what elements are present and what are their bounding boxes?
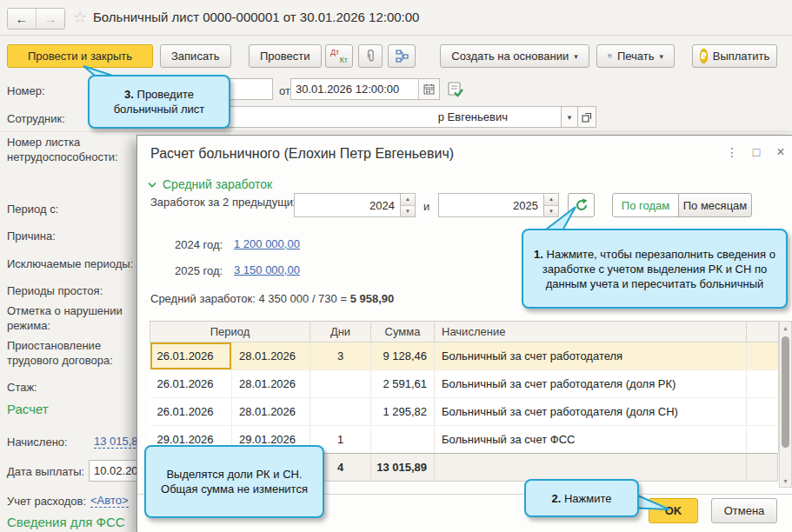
divider	[0, 131, 792, 132]
calendar-button[interactable]	[418, 79, 439, 99]
avg-earnings-section-toggle[interactable]: Средний заработок	[148, 177, 272, 191]
forward-button[interactable]: →	[37, 9, 64, 29]
avg-earnings-value: 5 958,90	[350, 292, 395, 305]
close-button[interactable]: ×	[770, 143, 791, 162]
cell-sum[interactable]: 1 295,82	[371, 398, 435, 426]
window-header: ← → ☆ Больничный лист 0000-000001 от 30.…	[0, 0, 792, 36]
employee-dropdown-button[interactable]: ▾	[561, 106, 578, 128]
table-row[interactable]: 26.01.2026 28.01.2026 1 295,82 Больничны…	[150, 398, 779, 426]
more-button[interactable]: ⋮	[722, 143, 742, 162]
callout-step-number: 1.	[534, 248, 543, 261]
reason-label: Причина:	[7, 229, 56, 243]
forward-icon: →	[44, 11, 57, 26]
earn-2024-label: 2024 год:	[175, 237, 223, 252]
earn-2024-link[interactable]: 1 200 000,00	[234, 237, 300, 250]
pay-button[interactable]: ₽ Выплатить	[692, 44, 777, 68]
ruble-coin-icon: ₽	[700, 49, 708, 63]
paperclip-icon	[365, 50, 376, 63]
cell-sum[interactable]: 9 128,46	[371, 342, 435, 370]
expense-label: Учет расходов:	[7, 494, 86, 509]
structure-button[interactable]	[388, 44, 416, 68]
cell-period-from[interactable]: 26.01.2026	[150, 342, 232, 370]
nav-group: ← →	[7, 8, 65, 30]
col-days[interactable]: Дни	[310, 322, 371, 342]
print-label: Печать	[617, 50, 655, 63]
col-period[interactable]: Период	[150, 322, 310, 342]
earn-2025-link[interactable]: 3 150 000,00	[234, 263, 300, 276]
print-button[interactable]: Печать▾	[596, 44, 675, 68]
calendar-icon	[423, 83, 435, 95]
col-sum[interactable]: Сумма	[371, 322, 435, 342]
downtime-periods-label: Периоды простоя:	[7, 283, 103, 298]
cell-sum[interactable]: 2 591,61	[371, 370, 435, 398]
spin-down-icon[interactable]: ▼	[401, 206, 415, 217]
employee-open-button[interactable]	[577, 106, 596, 128]
accruals-table: Период Дни Сумма Начисление 26.01.2026 2…	[150, 321, 779, 454]
cell-accrual[interactable]: Больничный за счет ФСС	[435, 426, 747, 454]
callout-text: Общая сумма не изменится	[161, 482, 308, 496]
seniority-label: Стаж:	[7, 380, 37, 395]
col-accrual[interactable]: Начисление	[435, 322, 747, 342]
attachments-button[interactable]	[358, 44, 383, 68]
year1-spinner[interactable]: ▲▼	[401, 193, 416, 217]
chevron-down-icon: ▾	[574, 52, 578, 61]
open-link-icon	[582, 112, 592, 123]
cell-days[interactable]	[310, 398, 371, 426]
pay-label: Выплатить	[713, 50, 770, 63]
avg-earnings-section-label: Средний заработок	[163, 177, 272, 191]
cell-accrual[interactable]: Больничный за счет работодателя	[435, 342, 747, 370]
callout-text: Нажмите	[564, 492, 612, 505]
table-row[interactable]: 26.01.2026 28.01.2026 3 9 128,46 Больнич…	[150, 342, 779, 370]
cancel-button[interactable]: Отмена	[711, 498, 777, 523]
show-postings-icon[interactable]	[447, 81, 464, 98]
cell-accrual[interactable]: Больничный за счет работодателя (доля РК…	[435, 370, 747, 398]
save-button[interactable]: Записать	[160, 44, 231, 68]
callout-note: Выделятся доли РК и СН. Общая сумма не и…	[144, 445, 324, 518]
year1-input[interactable]: 2024	[294, 193, 401, 217]
create-based-on-button[interactable]: Создать на основании▾	[440, 44, 589, 68]
table-row[interactable]: 26.01.2026 28.01.2026 2 591,61 Больничны…	[150, 370, 779, 398]
cell-days[interactable]	[310, 370, 371, 398]
by-months-button[interactable]: По месяцам	[678, 193, 752, 217]
fss-section-title: Сведения для ФСС	[7, 515, 125, 529]
suspension-label: Приостановление трудового договора:	[7, 338, 142, 368]
callout-text: Нажмите, чтобы перезаполнить сведения о …	[542, 248, 775, 290]
cell-days[interactable]: 3	[310, 342, 371, 370]
callout-step-number: 2.	[551, 492, 561, 505]
favorite-star-icon[interactable]: ☆	[73, 8, 87, 27]
scroll-down-icon[interactable]: ▼	[782, 475, 789, 487]
scrollbar-thumb[interactable]	[782, 336, 789, 448]
dtkt-postings-button[interactable]: ДтКт	[325, 44, 353, 68]
cell-period-from[interactable]: 26.01.2026	[150, 398, 232, 426]
year1-value: 2024	[369, 199, 400, 212]
spin-up-icon[interactable]: ▲	[544, 194, 558, 206]
post-label: Провести	[260, 50, 310, 63]
table-scrollbar[interactable]: ▲ ▼	[779, 321, 792, 488]
post-button[interactable]: Провести	[249, 44, 322, 68]
chevron-down-icon	[148, 182, 156, 188]
pay-date-label: Дата выплаты:	[7, 464, 84, 479]
cell-period-to[interactable]: 28.01.2026	[232, 398, 310, 426]
year2-input[interactable]: 2025	[438, 193, 544, 217]
dtkt-icon: ДтКт	[330, 49, 348, 64]
save-label: Записать	[171, 50, 220, 63]
cell-period-to[interactable]: 28.01.2026	[232, 342, 310, 370]
post-and-close-label: Провести и закрыть	[28, 50, 132, 63]
spin-up-icon[interactable]: ▲	[401, 194, 415, 206]
expense-value-link[interactable]: <Авто>	[90, 494, 129, 508]
cell-period-from[interactable]: 26.01.2026	[150, 370, 232, 398]
scroll-up-icon[interactable]: ▲	[782, 322, 789, 334]
earn-2025-label: 2025 год:	[175, 263, 223, 278]
calc-section-title: Расчет	[7, 402, 49, 416]
application-window: ← → ☆ Больничный лист 0000-000001 от 30.…	[0, 0, 792, 532]
callout-step2: 2. Нажмите	[524, 479, 639, 517]
by-years-button[interactable]: По годам	[612, 193, 679, 217]
chevron-down-icon: ▾	[568, 113, 572, 122]
cell-accrual[interactable]: Больничный за счет работодателя (доля СН…	[435, 398, 747, 426]
document-date-input[interactable]: 30.01.2026 12:00:00	[290, 78, 440, 100]
cell-period-to[interactable]: 28.01.2026	[232, 370, 310, 398]
back-button[interactable]: ←	[8, 9, 37, 29]
cell-sum[interactable]	[371, 426, 435, 454]
total-sum: 13 015,89	[371, 454, 435, 481]
maximize-button[interactable]: □	[746, 143, 767, 162]
